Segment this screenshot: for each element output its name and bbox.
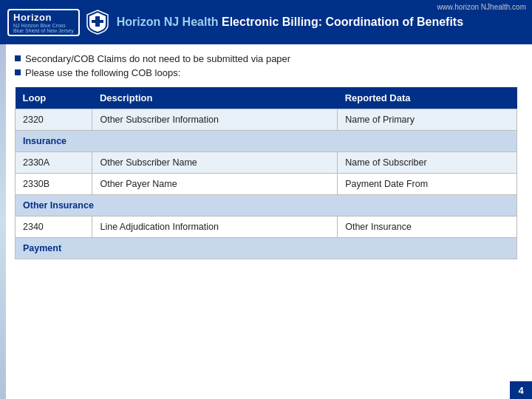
logo-area: Horizon NJ Horizon Blue Cross Blue Shiel… [7,9,109,36]
logo-text-sub2: Blue Shield of New Jersey [13,28,74,33]
cell-reported: Name of Primary [338,109,517,131]
header-bar: www.horizon NJhealth.com Horizon NJ Hori… [0,0,532,44]
title-main: Electronic Billing: Coordination of Bene… [222,16,463,28]
svg-rect-1 [92,20,103,23]
col-reported: Reported Data [338,87,517,109]
cell-description: Line Adjudication Information [92,216,338,238]
url-text: www.horizon NJhealth.com [437,3,526,11]
page-title: Horizon NJ Health Electronic Billing: Co… [117,16,463,29]
table-row: 2340Line Adjudication InformationOther I… [16,216,517,238]
cell-reported: Name of Subscriber [338,152,517,174]
bullet-item-1: Secondary/COB Claims do not need to be s… [15,53,517,64]
cob-table: Loop Description Reported Data 2320Other… [15,87,517,259]
table-row: 2330AOther Subscriber NameName of Subscr… [16,152,517,174]
logo-text-sub: NJ Horizon Blue Cross [13,23,66,28]
table-row: Payment [16,238,517,259]
cell-loop: 2320 [16,109,92,131]
cell-reported: Other Insurance [338,216,517,238]
bcbs-shield-icon [86,9,109,35]
bullet-text-1: Secondary/COB Claims do not need to be s… [25,53,290,64]
section-label: Payment [16,238,517,259]
cell-description: Other Subscriber Name [92,152,338,174]
bullet-icon-1 [15,55,21,61]
section-label: Insurance [16,131,517,152]
cell-loop: 2330B [16,174,92,195]
table-row: 2320Other Subscriber InformationName of … [16,109,517,131]
bullet-item-2: Please use the following COB loops: [15,67,517,78]
table-row: Other Insurance [16,195,517,216]
logo-text-main: Horizon [13,12,52,23]
side-accent [0,44,6,399]
bullet-section: Secondary/COB Claims do not need to be s… [15,53,517,78]
col-loop: Loop [16,87,92,109]
cell-description: Other Payer Name [92,174,338,195]
cell-loop: 2340 [16,216,92,238]
cell-reported: Payment Date From [338,174,517,195]
table-row: 2330BOther Payer NamePayment Date From [16,174,517,195]
main-content: Secondary/COB Claims do not need to be s… [0,44,532,267]
title-prefix: Horizon NJ Health [117,16,219,28]
horizon-logo: Horizon NJ Horizon Blue Cross Blue Shiel… [7,9,80,36]
bullet-icon-2 [15,69,21,75]
cell-description: Other Subscriber Information [92,109,338,131]
section-label: Other Insurance [16,195,517,216]
table-header-row: Loop Description Reported Data [16,87,517,109]
page-number: 4 [510,381,532,399]
table-row: Insurance [16,131,517,152]
col-description: Description [92,87,338,109]
bullet-text-2: Please use the following COB loops: [25,67,180,78]
cell-loop: 2330A [16,152,92,174]
